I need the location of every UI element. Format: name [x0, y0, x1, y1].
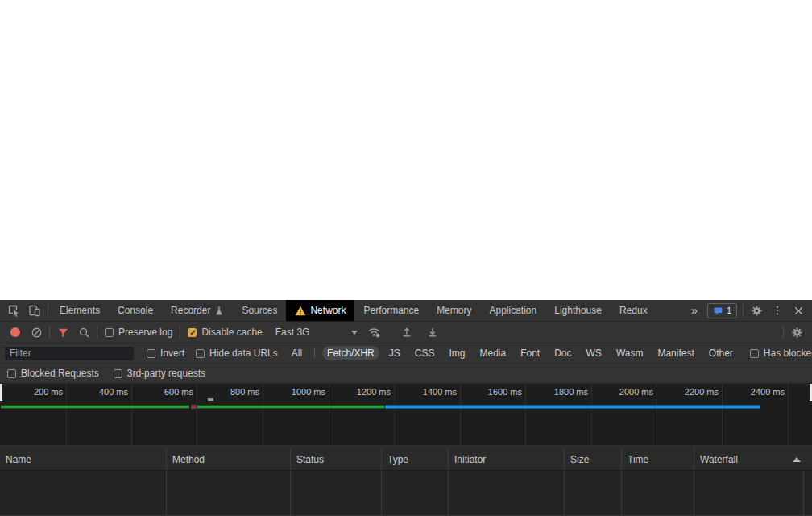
column-divider[interactable] [803, 471, 804, 515]
tab-label: Recorder [171, 305, 210, 316]
column-divider[interactable] [166, 471, 167, 515]
disable-cache-checkbox[interactable]: Disable cache [188, 327, 262, 338]
has-blocked-cookies-label: Has blocked cookies [764, 347, 812, 359]
tab-label: Lighthouse [554, 305, 602, 316]
column-header-time[interactable]: Time [622, 448, 694, 470]
blocked-requests-checkbox[interactable]: Blocked Requests [7, 368, 99, 379]
type-filter-js[interactable]: JS [384, 346, 405, 360]
checkbox-unchecked [750, 349, 759, 358]
tab-performance[interactable]: Performance [354, 300, 428, 321]
type-filter-manifest[interactable]: Manifest [652, 346, 698, 360]
network-settings-gear-icon[interactable] [786, 322, 807, 343]
clear-network-log-icon[interactable] [26, 322, 47, 343]
third-party-requests-label: 3rd-party requests [127, 368, 205, 379]
third-party-requests-checkbox[interactable]: 3rd-party requests [114, 368, 205, 379]
sort-ascending-icon [793, 457, 801, 462]
checkbox-unchecked [105, 328, 114, 337]
filter-input[interactable] [5, 347, 134, 360]
gridline [263, 384, 263, 445]
type-filter-fetch-xhr[interactable]: Fetch/XHR [322, 346, 379, 360]
gridline [722, 384, 723, 445]
tab-label: Console [118, 305, 153, 316]
column-divider[interactable] [290, 471, 291, 515]
checkbox-checked [188, 328, 197, 337]
column-divider[interactable] [381, 471, 382, 515]
divider [97, 326, 97, 339]
tab-label: Redux [619, 305, 648, 316]
column-header-method[interactable]: Method [167, 448, 291, 470]
device-toolbar-icon[interactable] [24, 300, 45, 321]
kebab-menu-icon[interactable] [767, 300, 788, 321]
tab-elements[interactable]: Elements [51, 300, 109, 321]
column-header-status[interactable]: Status [291, 448, 382, 470]
close-devtools-icon[interactable] [788, 300, 809, 321]
gridline [66, 384, 67, 445]
tab-strip: ElementsConsoleRecorderSourcesNetworkPer… [51, 300, 657, 321]
invert-checkbox[interactable]: Invert [147, 347, 184, 359]
messages-badge[interactable]: 1 [707, 303, 737, 318]
throttling-value: Fast 3G [276, 327, 310, 338]
checkbox-unchecked [147, 349, 155, 358]
network-conditions-icon[interactable] [364, 322, 385, 343]
tick-label: 1800 ms [536, 387, 588, 397]
column-label: Size [570, 454, 589, 465]
column-label: Method [172, 454, 205, 465]
column-divider[interactable] [564, 471, 565, 515]
column-label: Type [387, 454, 408, 465]
resource-type-filters: AllFetch/XHRJSCSSImgMediaFontDocWSWasmMa… [284, 346, 740, 360]
type-filter-font[interactable]: Font [516, 346, 545, 360]
gridline [329, 384, 329, 445]
column-divider[interactable] [621, 471, 622, 515]
gridline [460, 384, 461, 445]
settings-gear-icon[interactable] [746, 300, 767, 321]
type-filter-css[interactable]: CSS [410, 346, 440, 360]
tab-network[interactable]: Network [286, 300, 354, 321]
browser-page-content [0, 0, 812, 300]
filter-funnel-icon[interactable] [52, 322, 73, 343]
inspect-element-icon[interactable] [3, 300, 24, 321]
tab-console[interactable]: Console [109, 300, 162, 321]
column-header-waterfall[interactable]: Waterfall [694, 448, 812, 470]
divider [180, 326, 180, 339]
throttling-dropdown[interactable]: Fast 3G [276, 327, 358, 338]
grid-body [0, 471, 812, 515]
type-filter-media[interactable]: Media [474, 346, 511, 360]
type-filter-all[interactable]: All [287, 346, 307, 360]
network-overview-timeline[interactable]: 200 ms400 ms600 ms800 ms1000 ms1200 ms14… [0, 384, 812, 448]
column-header-initiator[interactable]: Initiator [449, 448, 565, 470]
speech-bubble-icon [713, 306, 723, 316]
column-divider[interactable] [694, 471, 694, 515]
tab-label: Memory [437, 305, 471, 316]
tab-memory[interactable]: Memory [428, 300, 480, 321]
request-bar-green-2 [197, 405, 384, 409]
tick-label: 2400 ms [733, 387, 785, 397]
has-blocked-cookies-checkbox[interactable]: Has blocked cookies [750, 347, 812, 359]
column-header-size[interactable]: Size [565, 448, 622, 470]
tab-redux[interactable]: Redux [611, 300, 657, 321]
tick-label: 400 ms [77, 387, 128, 397]
type-filter-wasm[interactable]: Wasm [611, 346, 648, 360]
column-label: Initiator [454, 454, 486, 465]
tab-sources[interactable]: Sources [233, 300, 286, 321]
overview-left-handle[interactable] [0, 384, 2, 401]
tab-recorder[interactable]: Recorder [162, 300, 233, 321]
type-filter-img[interactable]: Img [444, 346, 470, 360]
export-har-icon[interactable] [422, 322, 443, 343]
type-filter-doc[interactable]: Doc [549, 346, 576, 360]
preserve-log-checkbox[interactable]: Preserve log [105, 327, 172, 338]
column-divider[interactable] [448, 471, 449, 515]
more-tabs-chevron[interactable]: » [685, 304, 704, 317]
type-filter-ws[interactable]: WS [582, 346, 607, 360]
column-header-name[interactable]: Name [0, 448, 167, 470]
record-network-log-button[interactable] [10, 327, 20, 337]
import-har-icon[interactable] [396, 322, 417, 343]
tab-application[interactable]: Application [481, 300, 546, 321]
column-header-type[interactable]: Type [382, 448, 449, 470]
request-bar-green-1 [1, 405, 189, 409]
type-filter-other[interactable]: Other [704, 346, 738, 360]
hide-data-urls-checkbox[interactable]: Hide data URLs [196, 347, 278, 359]
tab-label: Application [490, 305, 537, 316]
search-icon[interactable] [73, 322, 94, 343]
tick-label: 1400 ms [405, 387, 457, 397]
tab-lighthouse[interactable]: Lighthouse [545, 300, 611, 321]
